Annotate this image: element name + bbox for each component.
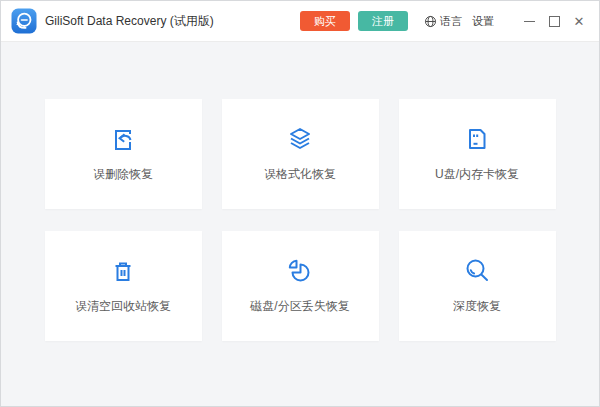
minimize-icon[interactable]: [521, 13, 537, 29]
card-deep-recovery[interactable]: 深度恢复: [399, 231, 556, 341]
card-recycle-bin-recovery[interactable]: 误清空回收站恢复: [45, 231, 202, 341]
card-usb-memorycard-recovery[interactable]: U盘/内存卡恢复: [399, 99, 556, 209]
maximize-icon[interactable]: [546, 13, 562, 29]
globe-icon: [424, 15, 437, 28]
language-menu[interactable]: 语言: [424, 14, 462, 29]
window-controls: ✕: [512, 13, 587, 29]
memory-card-icon: [461, 123, 493, 155]
app-window: GiliSoft Data Recovery (试用版) 购买 注册 语言 设置…: [0, 0, 600, 407]
recovery-mode-grid: 误删除恢复 误格式化恢复 U盘/内存卡恢复: [1, 42, 599, 406]
trash-icon: [107, 255, 139, 287]
card-label: 深度恢复: [453, 299, 501, 313]
card-label: 误清空回收站恢复: [75, 299, 171, 313]
card-label: U盘/内存卡恢复: [435, 167, 519, 181]
settings-menu[interactable]: 设置: [472, 14, 494, 29]
language-label: 语言: [440, 14, 462, 29]
undelete-file-icon: [107, 123, 139, 155]
close-icon[interactable]: ✕: [571, 13, 587, 29]
layers-icon: [284, 123, 316, 155]
window-title: GiliSoft Data Recovery (试用版): [45, 13, 214, 30]
card-undelete-recovery[interactable]: 误删除恢复: [45, 99, 202, 209]
card-label: 误删除恢复: [93, 167, 153, 181]
card-label: 磁盘/分区丢失恢复: [250, 299, 349, 313]
titlebar: GiliSoft Data Recovery (试用版) 购买 注册 语言 设置…: [1, 1, 599, 42]
app-logo-icon: [11, 8, 37, 34]
buy-button[interactable]: 购买: [300, 11, 350, 31]
card-format-recovery[interactable]: 误格式化恢复: [222, 99, 379, 209]
card-partition-loss-recovery[interactable]: 磁盘/分区丢失恢复: [222, 231, 379, 341]
register-button[interactable]: 注册: [358, 11, 408, 31]
magnifier-icon: [461, 255, 493, 287]
pie-chart-icon: [284, 255, 316, 287]
settings-label: 设置: [472, 14, 494, 29]
card-label: 误格式化恢复: [264, 167, 336, 181]
